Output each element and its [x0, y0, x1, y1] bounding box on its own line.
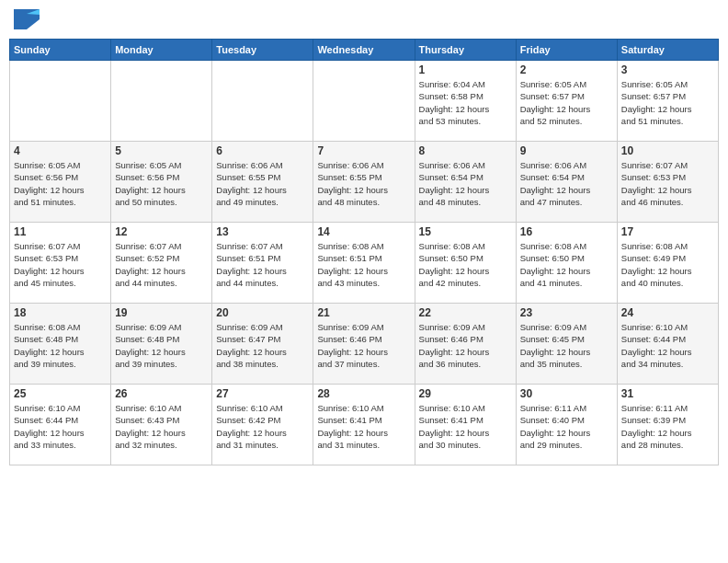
day-info: Sunrise: 6:06 AM Sunset: 6:55 PM Dayligh… [216, 159, 309, 208]
calendar-cell: 27Sunrise: 6:10 AM Sunset: 6:42 PM Dayli… [212, 385, 313, 465]
day-info: Sunrise: 6:10 AM Sunset: 6:43 PM Dayligh… [115, 402, 208, 451]
calendar-cell: 21Sunrise: 6:09 AM Sunset: 6:46 PM Dayli… [313, 304, 415, 385]
calendar-cell: 6Sunrise: 6:06 AM Sunset: 6:55 PM Daylig… [212, 142, 313, 223]
calendar-cell: 4Sunrise: 6:05 AM Sunset: 6:56 PM Daylig… [10, 142, 111, 223]
day-number: 10 [621, 144, 714, 157]
day-info: Sunrise: 6:05 AM Sunset: 6:57 PM Dayligh… [520, 78, 613, 127]
weekday-header-friday: Friday [516, 40, 617, 61]
day-number: 7 [317, 144, 410, 157]
day-number: 9 [520, 144, 613, 157]
day-info: Sunrise: 6:07 AM Sunset: 6:53 PM Dayligh… [14, 240, 107, 289]
day-info: Sunrise: 6:07 AM Sunset: 6:51 PM Dayligh… [216, 240, 309, 289]
day-info: Sunrise: 6:10 AM Sunset: 6:44 PM Dayligh… [14, 402, 107, 451]
day-info: Sunrise: 6:09 AM Sunset: 6:46 PM Dayligh… [419, 321, 512, 370]
weekday-header-thursday: Thursday [415, 40, 516, 61]
day-info: Sunrise: 6:10 AM Sunset: 6:42 PM Dayligh… [216, 402, 309, 451]
day-number: 2 [520, 63, 613, 76]
calendar-week-row: 25Sunrise: 6:10 AM Sunset: 6:44 PM Dayli… [10, 385, 719, 465]
calendar-body: 1Sunrise: 6:04 AM Sunset: 6:58 PM Daylig… [10, 61, 719, 465]
day-info: Sunrise: 6:11 AM Sunset: 6:40 PM Dayligh… [520, 402, 613, 451]
calendar-week-row: 18Sunrise: 6:08 AM Sunset: 6:48 PM Dayli… [10, 304, 719, 385]
day-number: 5 [115, 144, 208, 157]
calendar-cell: 29Sunrise: 6:10 AM Sunset: 6:41 PM Dayli… [415, 385, 516, 465]
calendar-cell: 1Sunrise: 6:04 AM Sunset: 6:58 PM Daylig… [415, 61, 516, 142]
weekday-header-wednesday: Wednesday [313, 40, 415, 61]
day-number: 25 [14, 387, 107, 400]
calendar-cell: 9Sunrise: 6:06 AM Sunset: 6:54 PM Daylig… [516, 142, 617, 223]
day-info: Sunrise: 6:06 AM Sunset: 6:55 PM Dayligh… [317, 159, 410, 208]
weekday-header-tuesday: Tuesday [212, 40, 313, 61]
day-number: 20 [216, 306, 309, 319]
day-info: Sunrise: 6:06 AM Sunset: 6:54 PM Dayligh… [419, 159, 512, 208]
day-number: 15 [419, 225, 512, 238]
day-number: 13 [216, 225, 309, 238]
day-info: Sunrise: 6:10 AM Sunset: 6:41 PM Dayligh… [317, 402, 410, 451]
calendar-cell: 17Sunrise: 6:08 AM Sunset: 6:49 PM Dayli… [617, 223, 718, 304]
calendar-week-row: 1Sunrise: 6:04 AM Sunset: 6:58 PM Daylig… [10, 61, 719, 142]
day-info: Sunrise: 6:08 AM Sunset: 6:48 PM Dayligh… [14, 321, 107, 370]
weekday-header-sunday: Sunday [10, 40, 111, 61]
day-info: Sunrise: 6:07 AM Sunset: 6:52 PM Dayligh… [115, 240, 208, 289]
day-info: Sunrise: 6:11 AM Sunset: 6:39 PM Dayligh… [621, 402, 714, 451]
calendar-cell: 28Sunrise: 6:10 AM Sunset: 6:41 PM Dayli… [313, 385, 415, 465]
day-info: Sunrise: 6:10 AM Sunset: 6:44 PM Dayligh… [621, 321, 714, 370]
page-header [9, 9, 719, 29]
day-info: Sunrise: 6:08 AM Sunset: 6:50 PM Dayligh… [520, 240, 613, 289]
calendar-cell: 8Sunrise: 6:06 AM Sunset: 6:54 PM Daylig… [415, 142, 516, 223]
day-number: 21 [317, 306, 410, 319]
day-number: 1 [419, 63, 512, 76]
calendar-cell: 5Sunrise: 6:05 AM Sunset: 6:56 PM Daylig… [111, 142, 212, 223]
day-number: 19 [115, 306, 208, 319]
day-info: Sunrise: 6:05 AM Sunset: 6:57 PM Dayligh… [621, 78, 714, 127]
calendar-cell: 22Sunrise: 6:09 AM Sunset: 6:46 PM Dayli… [415, 304, 516, 385]
day-number: 6 [216, 144, 309, 157]
calendar-cell: 7Sunrise: 6:06 AM Sunset: 6:55 PM Daylig… [313, 142, 415, 223]
calendar-cell: 13Sunrise: 6:07 AM Sunset: 6:51 PM Dayli… [212, 223, 313, 304]
calendar-week-row: 4Sunrise: 6:05 AM Sunset: 6:56 PM Daylig… [10, 142, 719, 223]
day-info: Sunrise: 6:09 AM Sunset: 6:47 PM Dayligh… [216, 321, 309, 370]
day-number: 11 [14, 225, 107, 238]
calendar-cell: 2Sunrise: 6:05 AM Sunset: 6:57 PM Daylig… [516, 61, 617, 142]
day-info: Sunrise: 6:09 AM Sunset: 6:45 PM Dayligh… [520, 321, 613, 370]
calendar-cell: 15Sunrise: 6:08 AM Sunset: 6:50 PM Dayli… [415, 223, 516, 304]
day-number: 3 [621, 63, 714, 76]
calendar-header: SundayMondayTuesdayWednesdayThursdayFrid… [10, 40, 719, 61]
calendar-cell: 16Sunrise: 6:08 AM Sunset: 6:50 PM Dayli… [516, 223, 617, 304]
calendar-cell: 12Sunrise: 6:07 AM Sunset: 6:52 PM Dayli… [111, 223, 212, 304]
day-number: 24 [621, 306, 714, 319]
day-info: Sunrise: 6:09 AM Sunset: 6:48 PM Dayligh… [115, 321, 208, 370]
logo [14, 9, 43, 29]
weekday-header-row: SundayMondayTuesdayWednesdayThursdayFrid… [10, 40, 719, 61]
day-info: Sunrise: 6:05 AM Sunset: 6:56 PM Dayligh… [14, 159, 107, 208]
calendar-table: SundayMondayTuesdayWednesdayThursdayFrid… [9, 39, 719, 465]
day-info: Sunrise: 6:09 AM Sunset: 6:46 PM Dayligh… [317, 321, 410, 370]
day-info: Sunrise: 6:04 AM Sunset: 6:58 PM Dayligh… [419, 78, 512, 127]
calendar-cell: 19Sunrise: 6:09 AM Sunset: 6:48 PM Dayli… [111, 304, 212, 385]
calendar-cell: 25Sunrise: 6:10 AM Sunset: 6:44 PM Dayli… [10, 385, 111, 465]
day-number: 18 [14, 306, 107, 319]
day-number: 26 [115, 387, 208, 400]
svg-rect-0 [14, 9, 27, 29]
calendar-cell: 11Sunrise: 6:07 AM Sunset: 6:53 PM Dayli… [10, 223, 111, 304]
calendar-cell: 20Sunrise: 6:09 AM Sunset: 6:47 PM Dayli… [212, 304, 313, 385]
calendar-cell: 31Sunrise: 6:11 AM Sunset: 6:39 PM Dayli… [617, 385, 718, 465]
day-number: 12 [115, 225, 208, 238]
day-number: 30 [520, 387, 613, 400]
day-number: 4 [14, 144, 107, 157]
calendar-cell: 14Sunrise: 6:08 AM Sunset: 6:51 PM Dayli… [313, 223, 415, 304]
calendar-cell: 3Sunrise: 6:05 AM Sunset: 6:57 PM Daylig… [617, 61, 718, 142]
day-number: 27 [216, 387, 309, 400]
day-number: 16 [520, 225, 613, 238]
calendar-cell [313, 61, 415, 142]
day-number: 14 [317, 225, 410, 238]
calendar-cell: 23Sunrise: 6:09 AM Sunset: 6:45 PM Dayli… [516, 304, 617, 385]
calendar-cell: 18Sunrise: 6:08 AM Sunset: 6:48 PM Dayli… [10, 304, 111, 385]
day-info: Sunrise: 6:10 AM Sunset: 6:41 PM Dayligh… [419, 402, 512, 451]
calendar-cell [111, 61, 212, 142]
day-info: Sunrise: 6:07 AM Sunset: 6:53 PM Dayligh… [621, 159, 714, 208]
calendar-cell: 10Sunrise: 6:07 AM Sunset: 6:53 PM Dayli… [617, 142, 718, 223]
weekday-header-saturday: Saturday [617, 40, 718, 61]
day-number: 28 [317, 387, 410, 400]
logo-icon [14, 9, 40, 29]
day-info: Sunrise: 6:08 AM Sunset: 6:50 PM Dayligh… [419, 240, 512, 289]
